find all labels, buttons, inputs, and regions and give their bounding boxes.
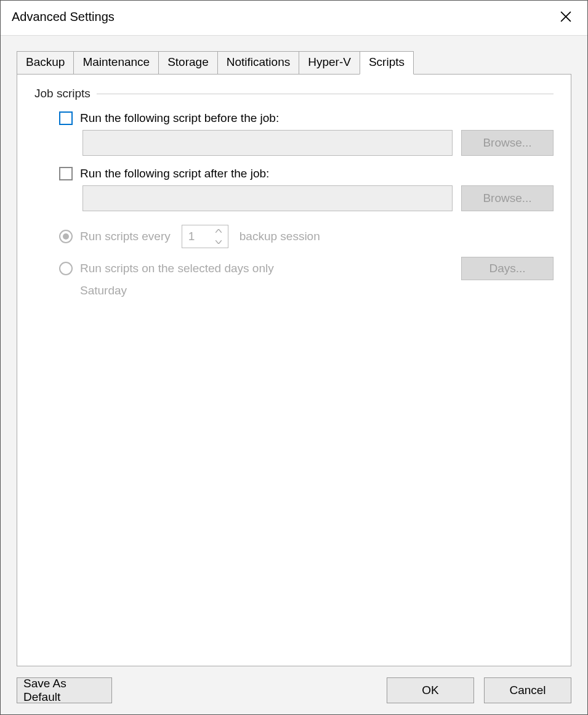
divider <box>97 94 554 94</box>
after-path-row: Browse... <box>83 185 554 211</box>
dialog-title: Advanced Settings <box>12 10 115 24</box>
after-row: Run the following script after the job: <box>59 167 554 180</box>
every-session-row: Run scripts every 1 backup session <box>59 225 554 248</box>
after-label: Run the following script after the job: <box>80 167 269 180</box>
tab-notifications[interactable]: Notifications <box>217 51 300 75</box>
after-browse-button[interactable]: Browse... <box>461 185 554 211</box>
before-path-input[interactable] <box>83 130 453 156</box>
scripts-panel: Job scripts Run the following script bef… <box>17 74 571 666</box>
tab-scripts[interactable]: Scripts <box>360 51 414 75</box>
selected-days-row: Run scripts on the selected days only Da… <box>59 257 554 280</box>
before-label: Run the following script before the job: <box>80 111 279 125</box>
days-button[interactable]: Days... <box>461 257 554 280</box>
after-path-input[interactable] <box>83 185 453 211</box>
selected-days-radio[interactable] <box>59 262 73 275</box>
close-icon <box>560 11 571 22</box>
every-session-radio[interactable] <box>59 230 73 243</box>
chevron-down-icon <box>215 240 222 244</box>
chevron-up-icon <box>215 229 222 233</box>
cancel-button[interactable]: Cancel <box>484 677 571 703</box>
save-as-default-button[interactable]: Save As Default <box>17 677 112 703</box>
selected-days-label: Run scripts on the selected days only <box>80 262 274 275</box>
after-checkbox[interactable] <box>59 167 73 180</box>
tab-hyperv[interactable]: Hyper-V <box>299 51 360 75</box>
tab-backup[interactable]: Backup <box>17 51 74 75</box>
selected-days-value: Saturday <box>80 284 554 297</box>
tab-maintenance[interactable]: Maintenance <box>73 51 159 75</box>
group-label: Job scripts <box>34 87 91 100</box>
tabs: Backup Maintenance Storage Notifications… <box>17 50 571 74</box>
titlebar: Advanced Settings <box>1 1 587 36</box>
spinner-buttons <box>209 225 228 248</box>
close-button[interactable] <box>553 6 579 28</box>
spinner-up[interactable] <box>209 225 228 236</box>
session-count-spinner[interactable]: 1 <box>182 225 228 248</box>
before-browse-button[interactable]: Browse... <box>461 130 554 156</box>
dialog-content: Backup Maintenance Storage Notifications… <box>1 36 587 714</box>
footer: Save As Default OK Cancel <box>17 666 571 703</box>
group-header: Job scripts <box>34 87 554 100</box>
every-prefix: Run scripts every <box>80 230 171 243</box>
before-path-row: Browse... <box>83 130 554 156</box>
spinner-down[interactable] <box>209 236 228 248</box>
ok-button[interactable]: OK <box>387 677 474 703</box>
before-checkbox[interactable] <box>59 111 73 125</box>
every-suffix: backup session <box>240 230 320 243</box>
session-count-value: 1 <box>182 225 209 248</box>
tab-storage[interactable]: Storage <box>158 51 218 75</box>
before-row: Run the following script before the job: <box>59 111 554 125</box>
